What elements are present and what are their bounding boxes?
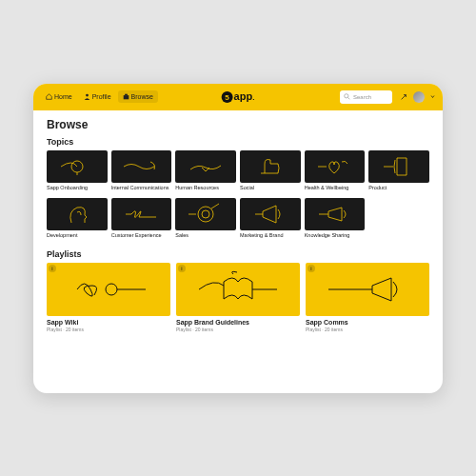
brand-logo: 5 app . <box>222 90 255 104</box>
thread-icon <box>122 154 160 179</box>
page-title: Browse <box>47 118 429 131</box>
playlist-card[interactable]: i Sapp Brand Guidelines Playlist · 20 it… <box>176 263 300 332</box>
svg-line-4 <box>348 98 350 100</box>
topics-row-1: Sapp Onboarding Internal Communications … <box>47 150 429 196</box>
topic-label: Marketing & Brand <box>240 232 301 244</box>
topic-thumb <box>368 150 429 183</box>
topic-label: Sapp Onboarding <box>47 185 108 196</box>
handshake-icon <box>187 154 225 179</box>
section-topics-heading: Topics <box>47 137 429 147</box>
nav-home[interactable]: Home <box>41 90 77 103</box>
topic-thumb <box>47 198 108 230</box>
logo-dot: . <box>252 93 254 102</box>
target-icon <box>187 202 225 227</box>
nav-profile[interactable]: Profile <box>79 90 116 103</box>
playlist-thumb: i <box>176 263 300 316</box>
section-playlists-heading: Playlists <box>47 249 429 259</box>
playlist-title: Sapp Comms <box>306 319 429 326</box>
svg-point-3 <box>345 94 348 98</box>
thumbsup-icon <box>251 154 289 179</box>
nav-browse-label: Browse <box>131 93 153 100</box>
topic-card[interactable]: Sapp Onboarding <box>47 150 108 196</box>
topic-thumb <box>111 150 172 183</box>
topic-label: Internal Communications <box>111 185 172 196</box>
topic-thumb <box>240 198 301 230</box>
topic-card[interactable]: Development <box>47 198 108 244</box>
topic-card[interactable]: Marketing & Brand <box>240 198 301 244</box>
chevron-down-icon[interactable] <box>430 94 435 99</box>
topic-thumb <box>175 198 236 230</box>
topic-card[interactable]: Health & Wellbeing <box>305 150 366 196</box>
search-placeholder: Search <box>353 94 371 100</box>
info-badge: i <box>49 265 56 272</box>
phone-icon <box>380 154 418 179</box>
playlist-card[interactable]: i Sapp Wiki Playlist · 20 items <box>47 263 170 332</box>
info-badge: i <box>307 265 315 272</box>
playlist-card[interactable]: i Sapp Comms Playlist · 20 items <box>306 263 429 332</box>
topic-label: Sales <box>175 232 236 244</box>
megaphone2-icon <box>315 202 353 227</box>
topic-card[interactable]: Internal Communications <box>111 150 172 196</box>
svg-point-0 <box>86 94 89 97</box>
topic-label: Development <box>47 232 108 244</box>
head-icon <box>58 202 96 227</box>
app-window: Home Profile Browse 5 app . Search Brows… <box>33 84 443 393</box>
topic-thumb <box>175 150 236 183</box>
playlist-title: Sapp Brand Guidelines <box>176 319 300 326</box>
topic-thumb <box>47 150 108 183</box>
lightbulb-icon <box>58 154 96 179</box>
topic-card[interactable]: Social <box>240 150 301 196</box>
topic-label: Customer Experience <box>111 232 172 244</box>
topic-card[interactable]: Human Resources <box>175 150 236 196</box>
topic-card[interactable]: Customer Experience <box>111 198 172 244</box>
topbar-right <box>400 91 435 103</box>
scribble-icon <box>66 268 151 310</box>
topic-label: Knowledge Sharing <box>305 232 366 244</box>
topic-thumb <box>240 150 301 183</box>
nav-profile-label: Profile <box>92 93 111 100</box>
topic-card[interactable]: Sales <box>175 198 236 244</box>
tangle-icon <box>122 202 160 227</box>
topics-row-2: Development Customer Experience Sales Ma… <box>47 198 429 244</box>
playlist-meta: Playlist · 20 items <box>47 327 170 332</box>
person-icon <box>84 93 90 100</box>
search-icon <box>344 93 350 100</box>
topic-thumb <box>305 198 366 230</box>
home-icon <box>46 93 52 100</box>
share-icon[interactable] <box>400 93 407 101</box>
topic-label: Health & Wellbeing <box>305 185 366 196</box>
playlist-thumb: i <box>306 263 429 316</box>
svg-point-6 <box>202 210 209 218</box>
topic-label: Human Resources <box>175 185 236 196</box>
playlist-grid: i Sapp Wiki Playlist · 20 items i Sapp B… <box>47 263 429 332</box>
main-content: Browse Topics Sapp Onboarding Internal C… <box>33 110 443 393</box>
avatar[interactable] <box>413 91 425 103</box>
svg-rect-2 <box>125 94 128 95</box>
topic-card[interactable]: Knowledge Sharing <box>305 198 366 244</box>
logo-name: app <box>234 90 253 102</box>
playlist-meta: Playlist · 20 items <box>176 327 300 332</box>
topic-card[interactable]: Product <box>368 150 429 196</box>
logo-5: 5 <box>222 91 233 103</box>
heart-icon <box>315 154 353 179</box>
briefcase-icon <box>123 93 129 100</box>
info-badge: i <box>178 265 186 272</box>
megaphone-icon <box>251 202 289 227</box>
topic-label: Social <box>240 185 301 196</box>
topic-thumb <box>111 198 172 230</box>
search-input[interactable]: Search <box>340 90 392 104</box>
nav-browse[interactable]: Browse <box>118 90 158 103</box>
svg-rect-1 <box>123 95 129 99</box>
svg-point-5 <box>198 207 213 222</box>
book-icon <box>195 268 281 310</box>
horn-icon <box>325 268 410 310</box>
top-bar: Home Profile Browse 5 app . Search <box>33 84 443 110</box>
playlist-title: Sapp Wiki <box>47 319 170 326</box>
playlist-thumb: i <box>47 263 170 316</box>
playlist-meta: Playlist · 20 items <box>306 327 429 332</box>
nav-home-label: Home <box>54 93 72 100</box>
topic-label: Product <box>368 185 429 196</box>
topic-thumb <box>305 150 366 183</box>
